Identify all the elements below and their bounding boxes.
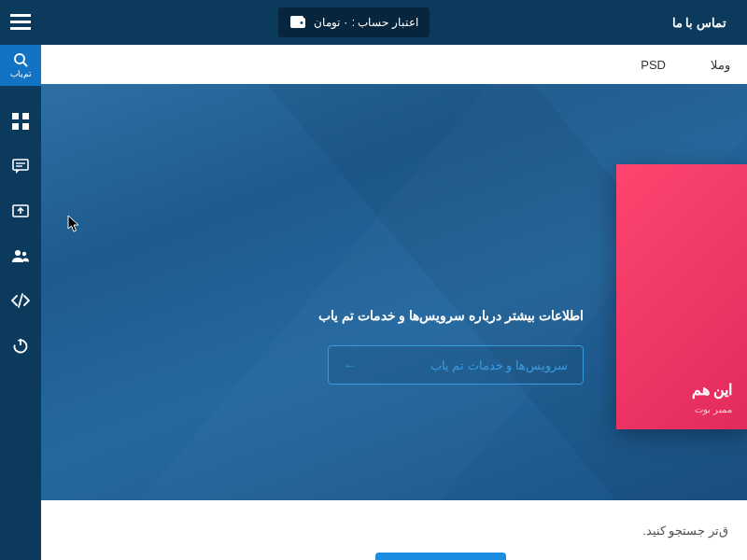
search-button-stub[interactable] <box>375 553 506 560</box>
magnifier-icon <box>13 52 28 67</box>
svg-rect-18 <box>290 16 303 20</box>
power-icon <box>12 337 29 354</box>
promo-card-title: این هم <box>631 381 732 399</box>
svg-point-3 <box>15 54 24 63</box>
svg-rect-2 <box>10 27 31 30</box>
promo-card-subtitle: ممبر بوت <box>631 404 732 414</box>
services-button-label: سرویس‌ها و خدمات تم یاب <box>430 358 568 372</box>
sidebar-item-upload[interactable] <box>0 189 41 233</box>
svg-point-19 <box>301 21 303 24</box>
search-prompt-text: ق‌تر جستجو کنید. <box>642 524 728 538</box>
services-button[interactable]: سرویس‌ها و خدمات تم یاب ← <box>328 345 584 385</box>
svg-point-14 <box>22 252 26 256</box>
hero-area: این هم ممبر بوت اطلاعات بیشتر درباره سرو… <box>41 84 747 515</box>
grid-icon <box>12 113 29 130</box>
svg-rect-7 <box>12 123 19 130</box>
upload-icon <box>12 203 29 219</box>
nav-item-1[interactable]: وملا <box>711 58 730 72</box>
users-icon <box>11 247 30 264</box>
arrow-left-icon: ← <box>344 358 356 372</box>
promo-card[interactable]: این هم ممبر بوت <box>616 164 747 429</box>
menu-toggle[interactable] <box>0 0 41 45</box>
sidebar-item-users[interactable] <box>0 233 41 278</box>
sidebar-item-messages[interactable] <box>0 144 41 189</box>
wallet-icon <box>289 15 306 30</box>
svg-rect-6 <box>22 113 29 119</box>
sidebar-item-code[interactable] <box>0 278 41 323</box>
svg-point-13 <box>15 250 21 256</box>
secondary-nav: وملا PSD <box>41 45 747 84</box>
account-credit-badge[interactable]: اعتبار حساب : ۰ تومان <box>278 7 430 37</box>
sidebar-item-dashboard[interactable] <box>0 99 41 144</box>
hero-info-text: اطلاعات بیشتر درباره سرویس‌ها و خدمات تم… <box>318 308 584 323</box>
hamburger-icon <box>10 14 31 31</box>
code-icon <box>11 293 30 308</box>
sidebar: تم‌یاب <box>0 0 41 560</box>
logo-text: تم‌یاب <box>10 69 32 78</box>
bottom-strip: ق‌تر جستجو کنید. <box>41 500 747 560</box>
chat-icon <box>12 158 29 175</box>
topbar: تماس با ما اعتبار حساب : ۰ تومان <box>41 0 747 45</box>
svg-rect-1 <box>10 21 31 23</box>
logo-badge[interactable]: تم‌یاب <box>0 45 41 86</box>
svg-rect-0 <box>10 14 31 17</box>
nav-item-2[interactable]: PSD <box>641 58 666 72</box>
credit-label: اعتبار حساب : ۰ تومان <box>314 16 418 29</box>
svg-rect-9 <box>13 160 28 170</box>
svg-rect-5 <box>12 113 19 119</box>
svg-line-4 <box>23 63 27 66</box>
sidebar-item-power[interactable] <box>0 323 41 368</box>
svg-rect-8 <box>22 123 29 130</box>
contact-link[interactable]: تماس با ما <box>672 16 726 30</box>
